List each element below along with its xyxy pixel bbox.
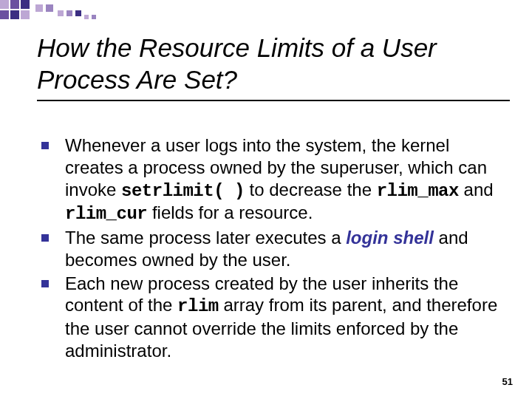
deco-square — [10, 0, 19, 9]
deco-square — [0, 10, 9, 19]
corner-decoration — [0, 0, 103, 27]
list-item-text: The same process later executes a login … — [65, 227, 510, 271]
title-block: How the Resource Limits of a User Proces… — [37, 33, 510, 101]
bullet-icon — [40, 227, 65, 242]
deco-square — [35, 4, 43, 12]
deco-square — [92, 15, 96, 19]
page-number: 51 — [502, 376, 513, 387]
deco-square — [21, 0, 30, 9]
bullet-icon — [40, 134, 65, 149]
list-item: Each new process created by the user inh… — [40, 273, 510, 362]
list-item: Whenever a user logs into the system, th… — [40, 134, 510, 225]
deco-square — [0, 0, 9, 9]
deco-square — [75, 10, 81, 16]
list-item: The same process later executes a login … — [40, 227, 510, 271]
deco-square — [46, 4, 53, 12]
bullet-icon — [40, 273, 65, 287]
deco-square — [21, 10, 30, 19]
list-item-text: Whenever a user logs into the system, th… — [65, 134, 510, 225]
deco-square — [58, 10, 64, 16]
deco-square — [84, 15, 89, 19]
list-item-text: Each new process created by the user inh… — [65, 273, 510, 362]
deco-square — [66, 10, 72, 16]
slide-title: How the Resource Limits of a User Proces… — [37, 33, 510, 95]
bullet-list: Whenever a user logs into the system, th… — [40, 134, 510, 364]
deco-square — [10, 10, 19, 19]
title-underline — [37, 100, 510, 101]
